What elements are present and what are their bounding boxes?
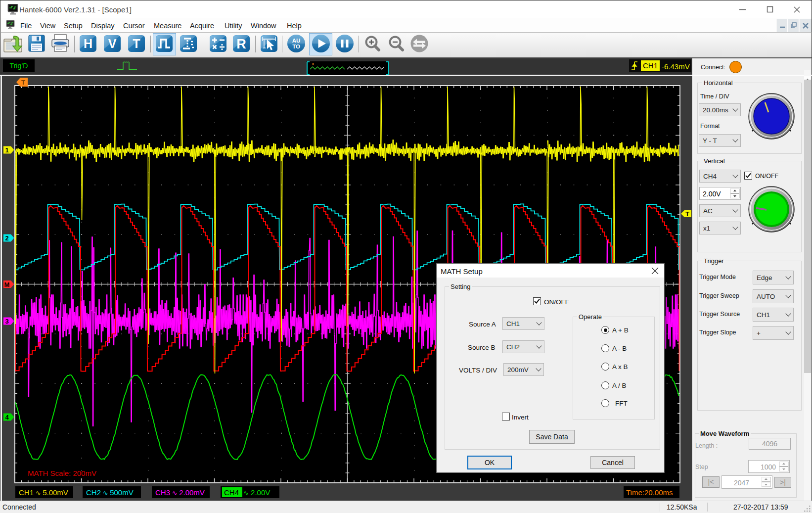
svg-text:R: R	[236, 37, 246, 51]
svg-text:V: V	[108, 37, 117, 50]
svg-text:TO: TO	[292, 44, 300, 49]
svg-text:CH3 ∿ 2.00mV: CH3 ∿ 2.00mV	[155, 488, 205, 497]
svg-text:4: 4	[5, 414, 9, 421]
svg-text:H: H	[84, 37, 92, 50]
svg-text:∿ 2.00V: ∿ 2.00V	[243, 488, 270, 497]
svg-text:MATH Scale: 200mV: MATH Scale: 200mV	[28, 469, 96, 477]
svg-text:3: 3	[5, 318, 8, 325]
svg-text:2: 2	[5, 234, 8, 242]
svg-text:AU: AU	[292, 38, 301, 44]
svg-text:CH2 ∿ 500mV: CH2 ∿ 500mV	[86, 488, 134, 497]
svg-text:M: M	[4, 281, 10, 288]
svg-text:CH4: CH4	[224, 488, 239, 497]
svg-text:Time:20.00ms: Time:20.00ms	[626, 488, 673, 497]
svg-text:T: T	[21, 79, 25, 86]
svg-text:T: T	[685, 210, 689, 218]
svg-text:T: T	[133, 37, 140, 50]
svg-text:1: 1	[5, 146, 8, 154]
svg-text:CH1 ∿ 5.00mV: CH1 ∿ 5.00mV	[19, 488, 68, 497]
